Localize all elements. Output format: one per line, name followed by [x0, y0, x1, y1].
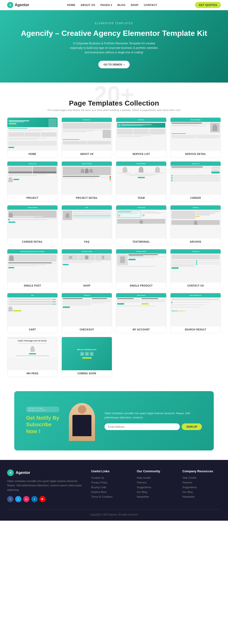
page-card-team[interactable]: Team Member [116, 161, 166, 202]
newsletter-wrapper: SUBSCRIBE NEWSLETTER Get Notify By Subsc… [0, 382, 228, 460]
page-card-service-list[interactable]: Services [116, 118, 166, 158]
go-to-demos-button[interactable]: GO TO DEMOS › [98, 61, 130, 68]
card-label-about: ABOUT US [62, 151, 112, 157]
newsletter-left: SUBSCRIBE NEWSLETTER Get Notify By Subsc… [26, 406, 59, 435]
footer-description: Ullam molestiae convallis rem quam fugia… [7, 479, 84, 492]
card-label-home: HOME [7, 151, 58, 157]
footer-community-link-1[interactable]: Partners [137, 481, 175, 484]
page-card-contact[interactable]: Contact Us [170, 249, 221, 289]
card-preview-faq: Faq [62, 206, 112, 238]
page-card-single-product[interactable]: Product Detail [116, 249, 166, 289]
card-preview-service-detail: Service Details [170, 118, 221, 151]
card-preview-career: Career List [170, 162, 221, 195]
footer-col-title-community: Our Community [137, 470, 175, 473]
logo-icon: A [7, 2, 13, 8]
youtube-icon[interactable]: ▶ [40, 496, 46, 502]
card-label-service-list: SERVICE LIST [116, 151, 166, 157]
page-card-my-account[interactable]: My Account [116, 293, 166, 333]
footer-brand: A Agentor Ullam molestiae convallis rem … [7, 470, 84, 502]
footer-resources-link-1[interactable]: Partners [182, 481, 221, 484]
page-card-single-post[interactable]: Introducing New Business Plan & Strategy [7, 249, 58, 289]
page-card-cart[interactable]: Cart [7, 293, 58, 333]
page-card-project-detail[interactable]: Project Details [62, 161, 112, 202]
page-card-home[interactable]: HOME [7, 118, 58, 158]
page-card-coming-soon[interactable]: We are coming soon! 0 0 0 [62, 337, 112, 377]
arrow-icon: › [123, 63, 124, 66]
page-card-archive[interactable]: Archives [170, 205, 221, 245]
page-card-shop[interactable]: Archives: Shop [62, 249, 112, 289]
card-preview-checkout: Checkout [62, 293, 112, 326]
collection-subtitle: Pre-made pages and blocks will save your… [7, 109, 221, 112]
get-quotes-button[interactable]: GET QUOTES [195, 2, 221, 8]
facebook-icon[interactable]: f [7, 496, 13, 502]
card-preview-project-detail: Project Details [62, 162, 112, 195]
footer-col-useful-links: Useful Links Contact Us Privacy Policy B… [91, 470, 130, 502]
page-card-404[interactable]: Oops! That page can't be found. 404 PAGE [7, 337, 58, 377]
footer-resources-link-2[interactable]: Suggestions [182, 486, 221, 489]
page-card-career[interactable]: Career List [170, 161, 221, 202]
newsletter-tag: SUBSCRIBE NEWSLETTER [26, 406, 59, 412]
newsletter-right: Ullam molestiae convallis rem quam fugia… [105, 411, 202, 430]
card-preview-single-post: Introducing New Business Plan & Strategy [7, 249, 58, 282]
footer-socials: f t in li ▶ [7, 496, 84, 502]
sign-up-button[interactable]: SIGN UP [182, 424, 202, 430]
page-card-project[interactable]: Project List [7, 161, 58, 202]
card-label-404: 404 PAGE [7, 370, 58, 377]
footer-community-link-0[interactable]: Help Center [137, 476, 175, 479]
copyright-text: Copyright © 2024 Agentor. All rights res… [90, 513, 138, 516]
footer-resources-link-4[interactable]: Newsletter [182, 495, 221, 498]
footer-link-buying[interactable]: Buying Code [91, 486, 130, 489]
footer-resources-link-0[interactable]: Help Center [182, 476, 221, 479]
footer-link-terms[interactable]: Terms & Condition [91, 495, 130, 498]
footer-resources-link-3[interactable]: Our Blog [182, 490, 221, 494]
card-preview-shop: Archives: Shop [62, 249, 112, 282]
page-card-checkout[interactable]: Checkout [62, 293, 112, 333]
instagram-icon[interactable]: in [23, 496, 30, 502]
newsletter-person-wrapper [67, 401, 97, 441]
card-preview-about: About Us [62, 118, 112, 151]
page-card-testimonial[interactable]: Testimonial [116, 205, 166, 245]
footer: A Agentor Ullam molestiae convallis rem … [0, 460, 228, 521]
card-preview-archive: Archives [170, 206, 221, 238]
nav-shop[interactable]: SHOP [131, 4, 138, 6]
footer-community-link-2[interactable]: Suggestions [137, 486, 175, 489]
pages-grid: HOME About Us [7, 118, 221, 377]
page-card-faq[interactable]: Faq [62, 205, 112, 245]
newsletter-section: SUBSCRIBE NEWSLETTER Get Notify By Subsc… [14, 391, 214, 450]
card-preview-career-detail: Career Details [7, 206, 58, 238]
nav-links: HOME ABOUT US PAGES ▾ BLOG SHOP CONTACT [67, 4, 157, 7]
footer-community-link-4[interactable]: Newsletter [137, 495, 175, 498]
page-card-service-detail[interactable]: Service Details [170, 118, 221, 158]
person-figure [69, 403, 95, 441]
page-card-career-detail[interactable]: Career Details [7, 205, 58, 245]
footer-link-explore[interactable]: Explore More [91, 490, 130, 494]
footer-col-resources: Company Resources Help Center Partners S… [182, 470, 221, 502]
card-preview-home [7, 118, 58, 151]
footer-logo: A Agentor [7, 470, 84, 476]
footer-community-link-3[interactable]: Our Blog [137, 490, 175, 494]
hero-tag: ELEMENTOR TEMPLATES [7, 22, 221, 25]
logo[interactable]: A Agentor [7, 2, 29, 8]
footer-link-privacy[interactable]: Privacy Policy [91, 481, 130, 484]
nav-contact[interactable]: CONTACT [144, 4, 157, 6]
card-preview-service-list: Services [116, 118, 166, 151]
card-label-team: TEAM [116, 195, 166, 201]
card-label-single-product: SINGLE PRODUCT [116, 282, 166, 289]
linkedin-icon[interactable]: li [31, 496, 38, 502]
card-preview-contact: Contact Us [170, 249, 221, 282]
collection-section: 20+ Page Templates Collection Pre-made p… [0, 82, 228, 382]
navbar: A Agentor HOME ABOUT US PAGES ▾ BLOG SHO… [0, 0, 228, 10]
nav-pages[interactable]: PAGES ▾ [100, 4, 112, 7]
newsletter-email-input[interactable] [105, 424, 180, 430]
card-label-project-detail: PROJECT DETAIL [62, 195, 112, 201]
footer-link-contact[interactable]: Contact Us [91, 476, 130, 479]
nav-about[interactable]: ABOUT US [81, 4, 95, 6]
card-label-contact: CONTACT US [170, 282, 221, 289]
footer-col-community: Our Community Help Center Partners Sugge… [137, 470, 175, 502]
page-card-search-result[interactable]: Search Results for: [170, 293, 221, 333]
nav-blog[interactable]: BLOG [117, 4, 125, 6]
nav-home[interactable]: HOME [67, 4, 75, 6]
page-card-about[interactable]: About Us [62, 118, 112, 158]
card-preview-single-product: Product Detail [116, 249, 166, 282]
twitter-icon[interactable]: t [15, 496, 21, 502]
